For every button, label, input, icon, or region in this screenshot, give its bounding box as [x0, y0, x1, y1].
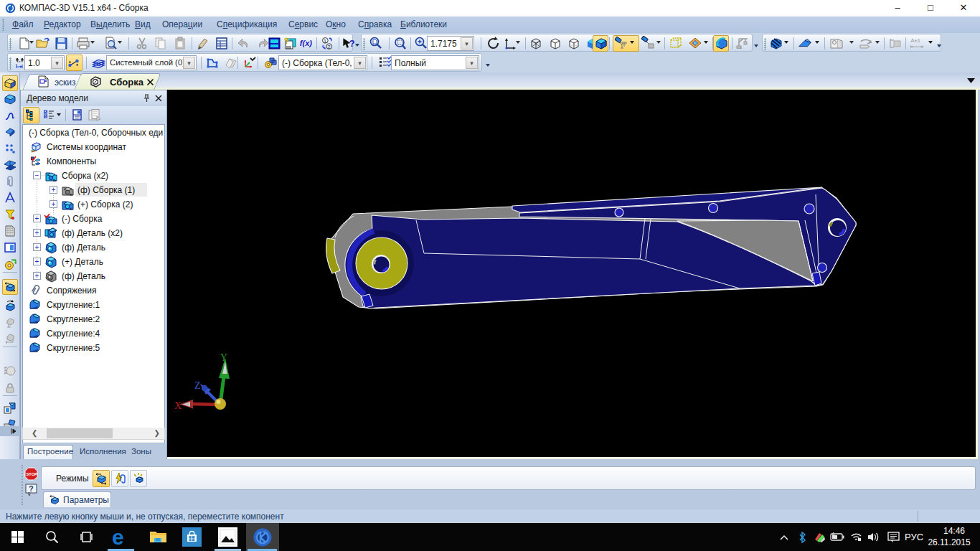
- svg-text:Y: Y: [220, 352, 227, 363]
- svg-text:X: X: [174, 400, 182, 411]
- svg-text:?: ?: [29, 484, 34, 493]
- svg-text:?: ?: [284, 37, 289, 45]
- svg-text:STOP: STOP: [27, 472, 37, 476]
- svg-text:2: 2: [328, 44, 331, 50]
- svg-text:1: 1: [324, 38, 326, 44]
- svg-text:e: e: [112, 527, 124, 548]
- svg-text:Z: Z: [194, 380, 201, 391]
- svg-text:?: ?: [349, 39, 355, 49]
- svg-text:+: +: [12, 258, 16, 265]
- svg-text:f(x): f(x): [300, 39, 312, 47]
- svg-text:A±1: A±1: [911, 37, 920, 44]
